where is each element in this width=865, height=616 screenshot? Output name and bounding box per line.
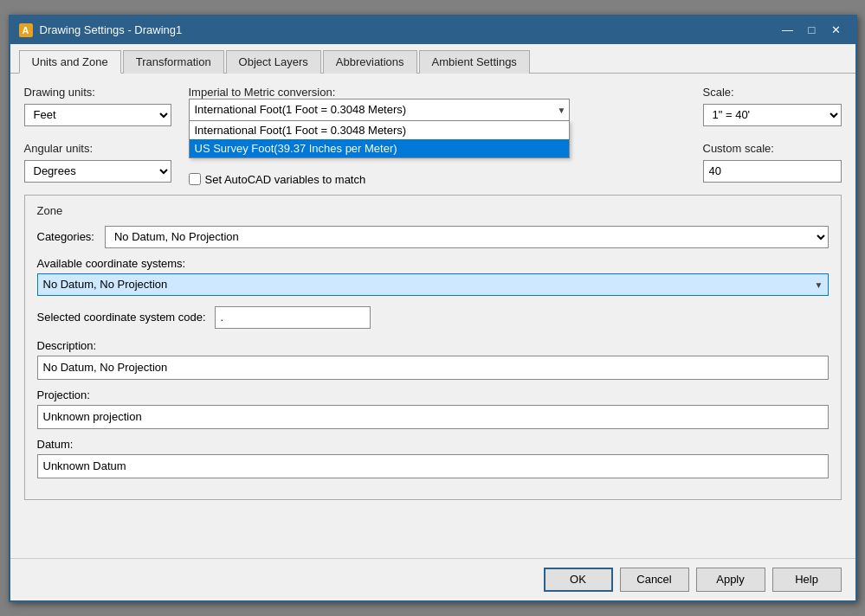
projection-input[interactable] (37, 405, 829, 429)
scale-label: Scale: (703, 86, 842, 99)
datum-label: Datum: (37, 438, 829, 451)
drawing-units-label: Drawing units: (24, 86, 171, 99)
imperial-conversion-select[interactable]: International Foot(1 Foot = 0.3048 Meter… (189, 99, 570, 121)
available-coord-dropdown-wrapper: No Datum, No Projection ▼ (37, 273, 829, 296)
tab-ambient-settings[interactable]: Ambient Settings (419, 50, 530, 74)
zone-group: Zone Categories: No Datum, No Projection… (24, 195, 842, 500)
categories-row: Categories: No Datum, No Projection (37, 226, 829, 248)
imperial-dropdown-container: International Foot(1 Foot = 0.3048 Meter… (189, 99, 570, 121)
custom-scale-label: Custom scale: (703, 142, 842, 155)
cancel-button[interactable]: Cancel (620, 568, 689, 592)
coord-code-row: Selected coordinate system code: (37, 306, 829, 329)
tabs-bar: Units and Zone Transformation Object Lay… (10, 44, 855, 74)
app-icon: A (19, 23, 33, 37)
description-section: Description: (37, 339, 829, 380)
available-coord-select[interactable]: No Datum, No Projection (37, 273, 829, 296)
close-button[interactable]: ✕ (826, 22, 847, 39)
tab-transformation[interactable]: Transformation (123, 50, 224, 74)
zone-title: Zone (37, 204, 829, 217)
custom-scale-input[interactable] (703, 160, 842, 183)
angular-units-select[interactable]: Degrees Radians Gradians (24, 160, 171, 183)
tab-abbreviations[interactable]: Abbreviations (323, 50, 417, 74)
categories-dropdown-wrapper: No Datum, No Projection (105, 226, 829, 248)
autocad-checkbox-row: Set AutoCAD variables to match (189, 173, 686, 186)
title-bar: A Drawing Settings - Drawing1 — □ ✕ (10, 16, 855, 44)
tab-object-layers[interactable]: Object Layers (226, 50, 321, 74)
drawing-units-group: Drawing units: Feet Meters Millimeters I… (24, 86, 171, 183)
apply-button[interactable]: Apply (696, 568, 765, 592)
footer: OK Cancel Apply Help (10, 558, 855, 600)
angular-units-label: Angular units: (24, 142, 171, 155)
help-button[interactable]: Help (772, 568, 842, 592)
top-row: Drawing units: Feet Meters Millimeters I… (24, 86, 842, 186)
title-bar-left: A Drawing Settings - Drawing1 (19, 23, 183, 37)
imperial-conversion-group: Imperial to Metric conversion: Internati… (189, 86, 686, 186)
coord-code-input[interactable] (215, 306, 371, 329)
drawing-units-select[interactable]: Feet Meters Millimeters Inches (24, 104, 171, 126)
scale-select[interactable]: 1" = 40' 1" = 20' 1" = 10' (703, 104, 842, 126)
main-window: A Drawing Settings - Drawing1 — □ ✕ Unit… (9, 15, 857, 602)
autocad-checkbox-label: Set AutoCAD variables to match (205, 173, 366, 186)
categories-select[interactable]: No Datum, No Projection (105, 226, 829, 248)
projection-label: Projection: (37, 388, 829, 401)
coord-code-label: Selected coordinate system code: (37, 311, 206, 324)
tab-units-zone[interactable]: Units and Zone (19, 50, 121, 74)
scale-group: Scale: 1" = 40' 1" = 20' 1" = 10' Custom… (703, 86, 842, 183)
dropdown-option-intl-foot[interactable]: International Foot(1 Foot = 0.3048 Meter… (190, 121, 569, 139)
minimize-button[interactable]: — (778, 22, 798, 39)
title-controls: — □ ✕ (778, 22, 847, 39)
imperial-conversion-label: Imperial to Metric conversion: (189, 86, 336, 99)
datum-section: Datum: (37, 438, 829, 478)
imperial-dropdown-open: International Foot(1 Foot = 0.3048 Meter… (189, 121, 570, 158)
description-label: Description: (37, 339, 829, 352)
autocad-checkbox[interactable] (189, 173, 201, 185)
window-title: Drawing Settings - Drawing1 (40, 23, 183, 36)
available-coord-label: Available coordinate systems: (37, 257, 829, 270)
ok-button[interactable]: OK (544, 568, 613, 592)
description-input[interactable] (37, 356, 829, 380)
maximize-button[interactable]: □ (802, 22, 823, 39)
scale-dropdown-wrapper: 1" = 40' 1" = 20' 1" = 10' (703, 104, 842, 126)
datum-input[interactable] (37, 454, 829, 478)
dropdown-option-us-survey[interactable]: US Survey Foot(39.37 Inches per Meter) (190, 139, 569, 157)
categories-label: Categories: (37, 230, 94, 243)
tab-content: Drawing units: Feet Meters Millimeters I… (10, 74, 855, 558)
projection-section: Projection: (37, 388, 829, 429)
